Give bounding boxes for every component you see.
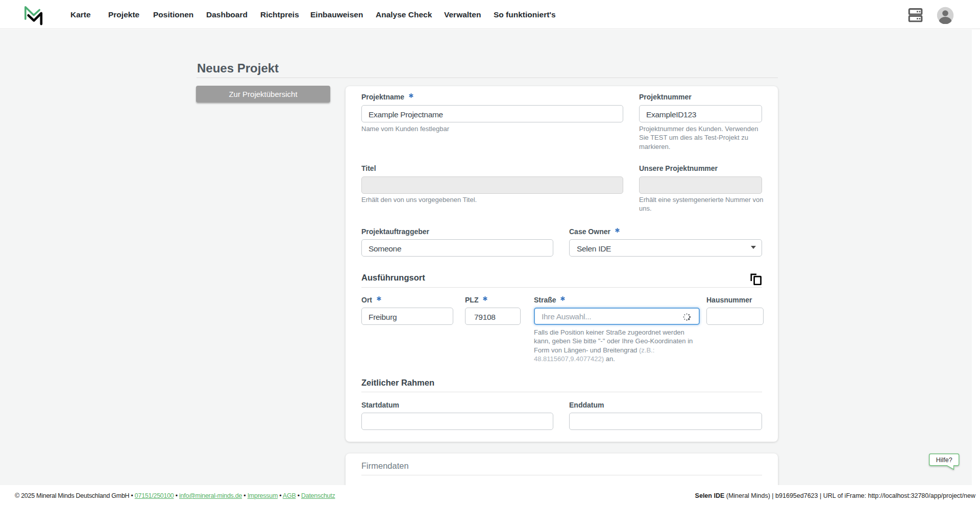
svg-text:Hilfe?: Hilfe? <box>936 457 952 464</box>
